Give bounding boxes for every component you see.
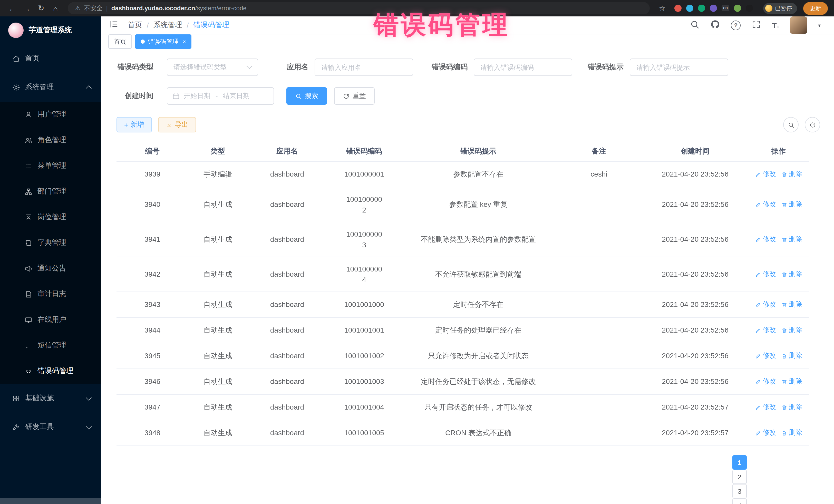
- delete-link[interactable]: 删除: [781, 235, 802, 244]
- cell-memo: [555, 272, 642, 277]
- edit-link[interactable]: 修改: [755, 300, 776, 309]
- cell-memo: [555, 379, 642, 384]
- date-separator: -: [216, 92, 218, 100]
- sidebar-item-infra[interactable]: 基础设施: [0, 384, 101, 413]
- cell-code: 1001001003: [327, 374, 401, 389]
- edit-link[interactable]: 修改: [755, 326, 776, 335]
- code-icon: [25, 367, 32, 375]
- extension-icon[interactable]: [746, 5, 753, 12]
- refresh-table-button[interactable]: [805, 117, 820, 132]
- page-button-4[interactable]: 4: [732, 498, 747, 504]
- sidebar-item-menu[interactable]: 菜单管理: [0, 153, 101, 179]
- chevron-down-icon[interactable]: ▾: [818, 22, 821, 28]
- reset-button[interactable]: 重置: [334, 87, 375, 105]
- sidebar-item-label: 角色管理: [38, 135, 66, 145]
- error-hint-input[interactable]: [630, 59, 728, 76]
- edit-link[interactable]: 修改: [755, 235, 776, 244]
- error-code-input[interactable]: [474, 59, 572, 76]
- edit-link[interactable]: 修改: [755, 200, 776, 209]
- toggle-search-button[interactable]: [783, 117, 798, 132]
- sidebar-item-user[interactable]: 用户管理: [0, 102, 101, 127]
- extension-icon[interactable]: [698, 5, 705, 12]
- edit-link[interactable]: 修改: [755, 403, 776, 412]
- github-icon[interactable]: [710, 19, 720, 31]
- address-bar[interactable]: ⚠ 不安全 | dashboard.yudao.iocoder.cn/syste…: [68, 2, 650, 14]
- help-icon[interactable]: ?: [731, 20, 741, 30]
- app-logo[interactable]: 芋道管理系统: [0, 17, 101, 44]
- extension-on-badge[interactable]: on: [722, 5, 729, 11]
- sidebar-footer[interactable]: [0, 498, 101, 504]
- sidebar-item-dept[interactable]: 部门管理: [0, 179, 101, 204]
- extension-icon[interactable]: [686, 5, 694, 12]
- delete-link[interactable]: 删除: [781, 403, 802, 412]
- collapse-sidebar-icon[interactable]: [109, 20, 118, 31]
- delete-link[interactable]: 删除: [781, 300, 802, 309]
- sidebar-item-post[interactable]: 岗位管理: [0, 204, 101, 230]
- table-header: 编号类型应用名错误码编码错误码提示备注创建时间操作: [116, 141, 809, 162]
- page-button-3[interactable]: 3: [732, 484, 747, 498]
- delete-link[interactable]: 删除: [781, 200, 802, 209]
- font-size-icon[interactable]: T↕: [772, 21, 779, 29]
- app-name-input[interactable]: [314, 59, 413, 76]
- chevron-icon: [86, 423, 92, 429]
- cell-app: dashboard: [247, 267, 327, 281]
- export-button[interactable]: 导出: [158, 117, 196, 132]
- browser-update-button[interactable]: 更新: [803, 2, 828, 15]
- extension-icon[interactable]: [734, 5, 741, 12]
- tag-tab[interactable]: 首页: [108, 35, 132, 49]
- delete-link[interactable]: 删除: [781, 270, 802, 279]
- breadcrumb-item[interactable]: 错误码管理: [194, 21, 229, 30]
- sidebar-item-errorcode[interactable]: 错误码管理: [0, 358, 101, 384]
- sidebar-item-notice[interactable]: 通知公告: [0, 256, 101, 281]
- sidebar-item-home[interactable]: 首页: [0, 44, 101, 73]
- page-button-1[interactable]: 1: [732, 455, 747, 469]
- user-avatar[interactable]: [790, 17, 807, 34]
- sidebar-item-devtools[interactable]: 研发工具: [0, 413, 101, 441]
- sidebar-item-label: 用户管理: [38, 110, 66, 119]
- delete-link[interactable]: 删除: [781, 351, 802, 360]
- cell-code: 1001000004: [327, 262, 401, 287]
- edit-link[interactable]: 修改: [755, 428, 776, 438]
- close-tab-icon[interactable]: ×: [183, 39, 186, 45]
- table-row: 3940自动生成dashboard1001000002参数配置 key 重复20…: [116, 187, 809, 222]
- breadcrumb-item[interactable]: 系统管理: [153, 21, 182, 30]
- extension-icon[interactable]: [674, 5, 682, 12]
- edit-link[interactable]: 修改: [755, 351, 776, 360]
- sidebar-item-dict[interactable]: 字典管理: [0, 230, 101, 256]
- delete-icon: [781, 201, 787, 207]
- forward-icon[interactable]: →: [21, 2, 33, 14]
- delete-link[interactable]: 删除: [781, 170, 802, 179]
- reload-icon[interactable]: ↻: [35, 2, 47, 14]
- tag-tab[interactable]: 错误码管理×: [135, 35, 192, 49]
- sidebar-item-system[interactable]: 系统管理: [0, 73, 101, 102]
- cell-type: 手动编辑: [188, 167, 247, 181]
- edit-link[interactable]: 修改: [755, 377, 776, 386]
- delete-link[interactable]: 删除: [781, 377, 802, 386]
- sidebar-item-online[interactable]: 在线用户: [0, 307, 101, 333]
- sidebar-item-sms[interactable]: 短信管理: [0, 333, 101, 358]
- breadcrumb: 首页/系统管理/错误码管理: [128, 21, 229, 30]
- column-header: 错误码提示: [401, 144, 555, 158]
- search-icon[interactable]: [690, 19, 700, 31]
- edit-link[interactable]: 修改: [755, 270, 776, 279]
- breadcrumb-item[interactable]: 首页: [128, 21, 142, 30]
- extension-icon[interactable]: [710, 5, 717, 12]
- delete-link[interactable]: 删除: [781, 428, 802, 438]
- sidebar-item-audit[interactable]: 审计日志: [0, 281, 101, 307]
- cell-id: 3946: [116, 374, 188, 389]
- edit-icon: [755, 404, 761, 410]
- sidebar-item-role[interactable]: 角色管理: [0, 127, 101, 153]
- error-type-select[interactable]: 请选择错误码类型: [167, 59, 258, 76]
- page-button-2[interactable]: 2: [732, 469, 747, 484]
- delete-link[interactable]: 删除: [781, 326, 802, 335]
- edit-link[interactable]: 修改: [755, 170, 776, 179]
- date-range-picker[interactable]: 开始日期 - 结束日期: [167, 87, 274, 105]
- error-code-label: 错误码编码: [432, 63, 467, 72]
- search-button[interactable]: 搜索: [286, 87, 327, 105]
- bookmark-star-icon[interactable]: ☆: [656, 2, 668, 14]
- add-button[interactable]: + 新增: [116, 117, 152, 132]
- browser-home-icon[interactable]: ⌂: [49, 2, 62, 14]
- back-icon[interactable]: ←: [6, 2, 19, 14]
- paused-badge[interactable]: 已暂停: [763, 3, 797, 14]
- fullscreen-icon[interactable]: [752, 19, 761, 31]
